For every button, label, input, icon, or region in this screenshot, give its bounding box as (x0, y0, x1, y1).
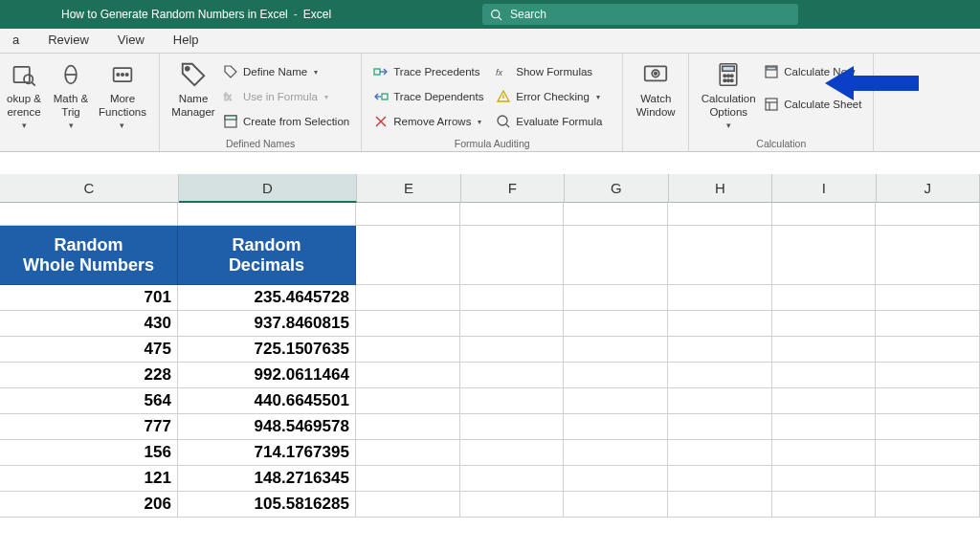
cell[interactable] (772, 311, 877, 337)
cell[interactable] (460, 363, 565, 388)
cell[interactable] (772, 388, 877, 414)
cell[interactable]: 725.1507635 (178, 337, 356, 363)
cell[interactable] (356, 285, 460, 311)
cell[interactable] (460, 226, 565, 285)
cell[interactable] (772, 285, 877, 311)
cell[interactable] (460, 492, 565, 518)
tab-partial[interactable]: a (5, 29, 27, 53)
cell[interactable] (668, 492, 772, 518)
math-trig-button[interactable]: Math &Trig▾ (48, 57, 94, 132)
cell[interactable] (178, 203, 356, 226)
cell[interactable]: 714.1767395 (178, 440, 356, 466)
watch-window-button[interactable]: WatchWindow (629, 57, 682, 132)
cell[interactable] (564, 414, 668, 440)
cell[interactable] (564, 492, 668, 518)
cell[interactable] (0, 203, 178, 226)
cell[interactable] (564, 363, 668, 388)
cell[interactable] (876, 203, 980, 226)
cell[interactable] (876, 492, 980, 518)
cell[interactable] (668, 311, 772, 337)
cell[interactable] (564, 311, 668, 337)
cell[interactable] (564, 337, 668, 363)
cell[interactable]: 148.2716345 (178, 466, 356, 492)
cell[interactable]: 235.4645728 (178, 285, 356, 311)
cell[interactable] (460, 311, 565, 337)
cell[interactable] (876, 311, 980, 337)
cell[interactable]: 156 (0, 440, 178, 466)
header-random-whole[interactable]: Random Whole Numbers (0, 226, 178, 285)
cell[interactable] (356, 440, 460, 466)
cell[interactable] (772, 466, 877, 492)
cell[interactable] (772, 203, 877, 226)
calculation-options-button[interactable]: CalculationOptions▾ (697, 57, 760, 132)
cell[interactable] (356, 466, 460, 492)
cell[interactable]: 992.0611464 (178, 363, 356, 388)
cell[interactable] (772, 226, 877, 285)
col-header-g[interactable]: G (565, 174, 668, 203)
cell[interactable] (876, 388, 980, 414)
name-manager-button[interactable]: NameManager (167, 57, 219, 132)
use-in-formula-button[interactable]: fxUse in Formula▾ (219, 85, 353, 108)
define-name-button[interactable]: Define Name▾ (219, 60, 353, 83)
cell[interactable]: 430 (0, 311, 178, 337)
tab-view[interactable]: View (110, 29, 152, 53)
cell[interactable] (876, 466, 980, 492)
cell[interactable]: 701 (0, 285, 178, 311)
cell[interactable] (460, 285, 565, 311)
cell[interactable] (356, 226, 460, 285)
cell[interactable] (772, 337, 877, 363)
col-header-h[interactable]: H (669, 174, 772, 203)
cell[interactable] (460, 466, 565, 492)
col-header-c[interactable]: C (0, 174, 179, 203)
search-box[interactable]: Search (482, 4, 798, 25)
cell[interactable] (876, 285, 980, 311)
cell[interactable] (564, 226, 668, 285)
cell[interactable] (564, 203, 668, 226)
cell[interactable] (772, 440, 877, 466)
cell[interactable] (564, 285, 668, 311)
evaluate-formula-button[interactable]: Evaluate Formula (492, 110, 614, 133)
remove-arrows-button[interactable]: Remove Arrows▾ (369, 110, 492, 133)
cell[interactable] (668, 466, 772, 492)
cell[interactable] (668, 285, 772, 311)
col-header-d[interactable]: D (179, 174, 358, 203)
cell[interactable]: 475 (0, 337, 178, 363)
tab-help[interactable]: Help (166, 29, 207, 53)
cell[interactable] (876, 337, 980, 363)
cell[interactable] (668, 203, 772, 226)
cell[interactable] (876, 414, 980, 440)
cell[interactable] (356, 414, 460, 440)
cell[interactable] (460, 440, 565, 466)
cell[interactable]: 564 (0, 388, 178, 414)
cell[interactable]: 228 (0, 363, 178, 388)
cell[interactable] (668, 440, 772, 466)
create-from-selection-button[interactable]: Create from Selection (219, 110, 353, 133)
tab-review[interactable]: Review (40, 29, 97, 53)
cell[interactable] (356, 388, 460, 414)
cell[interactable] (772, 414, 877, 440)
more-functions-button[interactable]: MoreFunctions▾ (94, 57, 151, 132)
show-formulas-button[interactable]: fxShow Formulas (492, 60, 614, 83)
col-header-e[interactable]: E (357, 174, 460, 203)
cell[interactable]: 440.6645501 (178, 388, 356, 414)
cell[interactable] (460, 388, 565, 414)
cell[interactable] (564, 388, 668, 414)
cell[interactable] (564, 466, 668, 492)
cell[interactable] (460, 337, 565, 363)
cell[interactable] (876, 226, 980, 285)
trace-precedents-button[interactable]: Trace Precedents (369, 60, 492, 83)
cell[interactable] (668, 337, 772, 363)
cell[interactable] (668, 363, 772, 388)
cell[interactable]: 777 (0, 414, 178, 440)
cell[interactable]: 937.8460815 (178, 311, 356, 337)
col-header-j[interactable]: J (877, 174, 980, 203)
cell[interactable] (876, 440, 980, 466)
cell[interactable] (356, 203, 460, 226)
cell[interactable] (876, 363, 980, 388)
cell[interactable] (356, 311, 460, 337)
cell[interactable] (668, 226, 772, 285)
error-checking-button[interactable]: Error Checking▾ (492, 85, 614, 108)
cell[interactable] (772, 492, 877, 518)
cell[interactable] (356, 363, 460, 388)
cell[interactable]: 105.5816285 (178, 492, 356, 518)
